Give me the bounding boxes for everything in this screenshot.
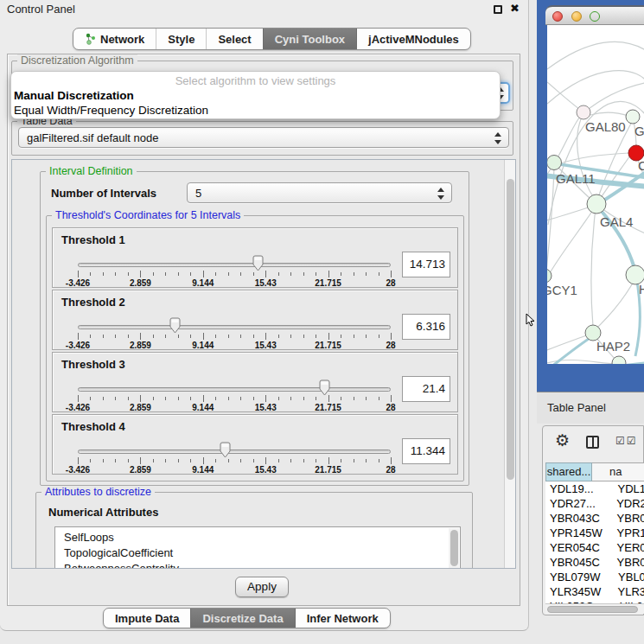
close-icon[interactable]: ✖ xyxy=(510,2,520,15)
table-panel-bar: Table Panel xyxy=(537,392,644,424)
threshold-slider-thumb[interactable] xyxy=(318,379,331,396)
column-header-shared-name[interactable]: shared... xyxy=(545,462,592,481)
tick-mark xyxy=(215,335,216,338)
network-edge[interactable] xyxy=(596,278,635,329)
tick-label: 28 xyxy=(386,465,395,475)
network-node[interactable] xyxy=(577,105,590,119)
gear-icon[interactable]: ⚙ xyxy=(555,430,570,450)
network-node-label: GAL4 xyxy=(600,214,633,229)
tab-select[interactable]: Select xyxy=(206,29,262,49)
network-edge[interactable] xyxy=(590,112,628,116)
tick-label: 9.144 xyxy=(192,403,214,412)
table-row[interactable]: YBR045CYBR0 xyxy=(545,555,644,570)
table-hscrollbar[interactable] xyxy=(545,603,644,614)
tick-label: 9.144 xyxy=(192,465,214,475)
threshold-slider-thumb[interactable] xyxy=(252,255,265,271)
threshold-slider-thumb[interactable] xyxy=(169,317,182,334)
slider-tick-labels: -3.4262.8599.14415.4321.71528 xyxy=(78,341,391,350)
network-edge-highlighted[interactable] xyxy=(547,363,644,364)
slider-tick-labels: -3.4262.8599.14415.4321.71528 xyxy=(78,278,391,288)
table-row[interactable]: YLR345WYLR3 xyxy=(545,584,644,599)
settings-scrollbar-thumb[interactable] xyxy=(507,179,514,480)
cell-name: YER0 xyxy=(610,540,644,555)
network-window-titlebar[interactable] xyxy=(545,5,644,25)
threshold-slider-track[interactable] xyxy=(78,450,391,454)
dropdown-placeholder[interactable]: Select algorithm to view settings xyxy=(11,74,500,87)
table-row[interactable]: YDR27...YDR2 xyxy=(545,496,644,511)
threshold-value-field[interactable]: 14.713 xyxy=(402,252,450,277)
threshold-value-field[interactable]: 21.4 xyxy=(402,376,450,402)
network-node[interactable] xyxy=(587,194,606,214)
tick-mark xyxy=(265,457,266,464)
network-edge[interactable] xyxy=(591,208,596,327)
minimize-traffic-light-icon[interactable] xyxy=(571,11,582,22)
numerical-attributes-label: Numerical Attributes xyxy=(48,506,158,519)
tick-mark xyxy=(128,459,129,462)
list-scrollbar[interactable] xyxy=(449,528,459,569)
tick-mark xyxy=(90,335,91,338)
tick-mark xyxy=(128,335,129,338)
tab-cyni-toolbox[interactable]: Cyni Toolbox xyxy=(263,29,356,49)
control-panel-titlebar: Control Panel ✖ xyxy=(0,0,528,19)
tick-mark xyxy=(278,459,279,462)
table-data-combobox[interactable]: galFiltered.sif default node xyxy=(18,127,509,148)
table-hscrollbar-thumb[interactable] xyxy=(547,606,638,613)
cell-name: YDR2 xyxy=(609,496,644,511)
tick-label: 2.859 xyxy=(130,403,151,412)
select-columns-icon[interactable]: ☑☑ xyxy=(615,435,638,447)
threshold-slider-track[interactable] xyxy=(78,263,391,267)
table-row[interactable]: YBR043CYBR0 xyxy=(545,511,644,526)
cell-name: YDL1 xyxy=(611,481,644,496)
tick-mark xyxy=(190,459,191,462)
table-row[interactable]: YDL19...YDL1 xyxy=(545,481,644,496)
threshold-slider-track[interactable] xyxy=(78,387,391,392)
network-edge[interactable] xyxy=(547,41,644,69)
column-header-name[interactable]: na xyxy=(592,462,644,481)
table-row[interactable]: YPR145WYPR1 xyxy=(545,526,644,540)
list-item[interactable]: TopologicalCoefficient xyxy=(55,545,460,561)
tick-label: 15.43 xyxy=(255,403,277,412)
tab-impute-data[interactable]: Impute Data xyxy=(104,609,190,628)
tick-mark xyxy=(240,335,241,338)
settings-scrollbar[interactable] xyxy=(504,160,516,569)
apply-button[interactable]: Apply xyxy=(235,577,289,597)
threshold-slider-track[interactable] xyxy=(78,325,391,329)
network-node[interactable] xyxy=(547,156,562,170)
tick-label: -3.426 xyxy=(66,341,90,350)
network-edge[interactable] xyxy=(584,82,644,112)
network-canvas[interactable]: GAL80GACGAL11GAL4GCY1HHAP2 xyxy=(547,25,644,364)
network-node[interactable] xyxy=(626,110,640,124)
list-item[interactable]: SelfLoops xyxy=(55,530,460,545)
threshold-2-panel: Threshold 2 -3.4262.8599.14415.4321.7152… xyxy=(52,290,458,350)
tab-label: Cyni Toolbox xyxy=(275,33,345,46)
network-node-label: GCY1 xyxy=(547,283,577,297)
number-of-intervals-combobox[interactable]: 5 xyxy=(187,182,452,203)
list-item[interactable]: BetweennessCentrality xyxy=(55,561,460,569)
tick-mark xyxy=(140,395,141,402)
tab-network[interactable]: Network xyxy=(73,29,156,49)
table-row[interactable]: YBL079WYBL0 xyxy=(545,570,644,584)
cell-shared-name: YDR27... xyxy=(545,496,609,511)
tick-mark xyxy=(190,397,191,400)
tab-discretize-data[interactable]: Discretize Data xyxy=(190,609,294,628)
threshold-value-field[interactable]: 11.344 xyxy=(402,438,450,464)
tick-mark xyxy=(103,272,104,276)
control-panel-tabs: NetworkStyleSelectCyni ToolboxjActiveMNo… xyxy=(73,28,471,50)
threshold-slider-thumb[interactable] xyxy=(219,442,232,458)
split-columns-icon[interactable] xyxy=(586,436,599,449)
tab-infer-network[interactable]: Infer Network xyxy=(295,609,390,628)
list-scrollbar-thumb[interactable] xyxy=(450,530,458,566)
float-window-icon[interactable] xyxy=(494,5,502,14)
tick-label: 2.859 xyxy=(130,465,151,475)
dropdown-option-equal-width[interactable]: Equal Width/Frequency Discretization xyxy=(14,104,208,117)
tick-label: 21.715 xyxy=(315,341,341,350)
tab-style[interactable]: Style xyxy=(156,29,206,49)
dropdown-option-manual[interactable]: Manual Discretization xyxy=(14,89,134,102)
tab-jactivemnodules[interactable]: jActiveMNodules xyxy=(356,29,470,49)
threshold-value-field[interactable]: 6.316 xyxy=(402,314,450,340)
table-row[interactable]: YER054CYER0 xyxy=(545,540,644,555)
tick-label: 28 xyxy=(386,341,395,350)
tick-mark xyxy=(341,459,341,462)
close-traffic-light-icon[interactable] xyxy=(552,11,563,22)
zoom-traffic-light-icon[interactable] xyxy=(590,11,600,22)
